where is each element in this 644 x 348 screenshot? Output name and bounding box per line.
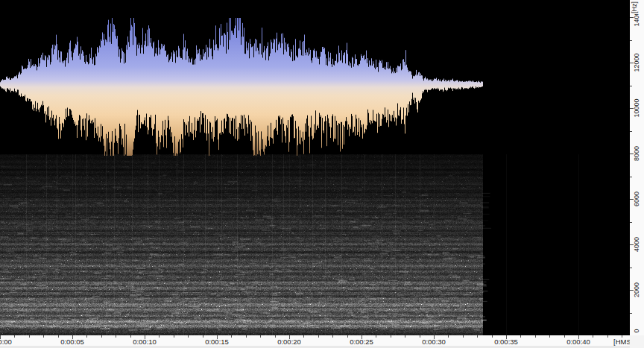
time-tick xyxy=(203,335,203,338)
time-tick xyxy=(347,335,348,338)
freq-tick xyxy=(630,222,632,223)
time-tick xyxy=(593,335,593,338)
time-tick xyxy=(303,335,304,338)
freq-tick-label: 8000 xyxy=(634,146,640,161)
time-tick-label: 0:00:40 xyxy=(566,338,590,346)
time-tick xyxy=(246,335,247,338)
time-tick-label: 0:00:00 xyxy=(0,338,12,346)
time-tick xyxy=(520,335,521,338)
time-tick xyxy=(231,335,232,338)
time-tick-label: 0:00:05 xyxy=(60,338,84,346)
time-tick xyxy=(607,335,608,338)
time-tick xyxy=(275,335,276,338)
freq-tick xyxy=(630,177,632,177)
time-axis: [HMS] ( 0:00:000:00:050:00:100:00:150:00… xyxy=(0,335,644,348)
time-tick xyxy=(58,335,59,338)
time-tick xyxy=(405,335,405,338)
freq-tick xyxy=(630,40,632,41)
time-tick xyxy=(477,335,478,338)
frequency-axis: [Hz] 20004000600080001000012000140000 xyxy=(630,0,644,335)
time-tick xyxy=(492,335,493,338)
time-tick xyxy=(174,335,174,338)
waveform-spectrogram-plot[interactable] xyxy=(0,0,630,335)
time-tick xyxy=(420,335,420,338)
time-tick-label: 0:00:15 xyxy=(205,338,229,346)
frequency-unit-label: [Hz] xyxy=(630,0,642,14)
time-tick xyxy=(332,335,333,338)
freq-tick xyxy=(630,86,632,86)
time-tick xyxy=(463,335,464,338)
time-tick-label: 0:00:35 xyxy=(494,338,518,346)
freq-tick xyxy=(630,268,632,268)
time-tick xyxy=(188,335,189,338)
freq-tick xyxy=(630,131,632,132)
time-tick xyxy=(391,335,391,338)
time-tick xyxy=(130,335,131,338)
time-tick xyxy=(448,335,449,338)
time-tick-label: 0:00:10 xyxy=(133,338,157,346)
freq-tick-label: 2000 xyxy=(634,282,640,297)
time-tick xyxy=(86,335,87,338)
time-tick-label: 0:00:20 xyxy=(277,338,301,346)
freq-tick xyxy=(630,313,632,314)
time-tick xyxy=(159,335,160,338)
audio-analysis-window: [Hz] 20004000600080001000012000140000 [H… xyxy=(0,0,644,348)
time-tick xyxy=(101,335,102,338)
time-tick xyxy=(549,335,550,338)
time-tick xyxy=(29,335,30,338)
time-tick xyxy=(116,335,116,338)
time-tick xyxy=(318,335,319,338)
time-tick-label: 0:00:30 xyxy=(422,338,446,346)
freq-tick-label: 10000 xyxy=(634,98,640,117)
time-tick xyxy=(260,335,261,338)
time-tick xyxy=(622,335,622,338)
freq-zero-label: 0 xyxy=(634,329,640,332)
time-tick xyxy=(43,335,44,338)
time-tick-label: 0:00:25 xyxy=(350,338,373,346)
time-tick xyxy=(535,335,536,338)
freq-tick-label: 4000 xyxy=(634,237,640,252)
axis-corner xyxy=(630,335,644,348)
time-tick xyxy=(14,335,15,338)
freq-tick-label: 6000 xyxy=(634,192,640,206)
freq-tick-label: 12000 xyxy=(634,53,640,72)
time-tick xyxy=(376,335,376,338)
time-tick xyxy=(564,335,565,338)
